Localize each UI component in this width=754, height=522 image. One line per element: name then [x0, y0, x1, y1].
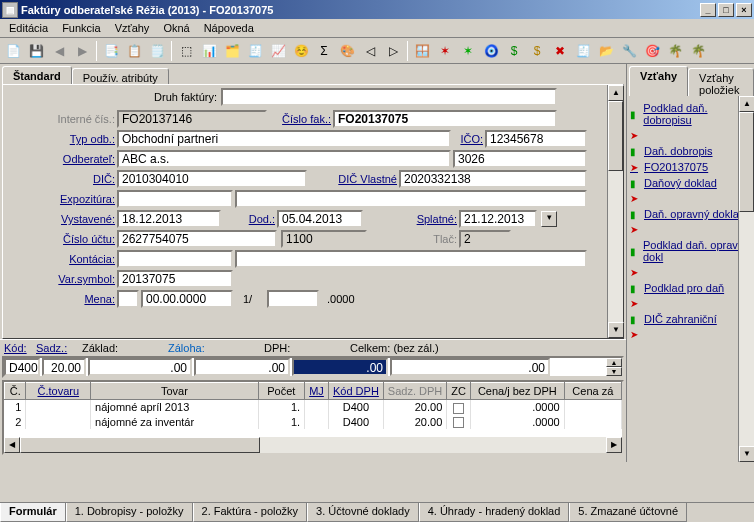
scroll-up-icon[interactable]: ▲ — [739, 96, 754, 112]
label-dic[interactable]: DIČ: — [69, 173, 115, 185]
star-icon[interactable]: ✶ — [457, 40, 479, 62]
input-kontacia[interactable] — [117, 250, 233, 268]
scroll-thumb[interactable] — [608, 101, 623, 171]
tab-standard[interactable]: Štandard — [2, 66, 72, 84]
input-dod[interactable] — [277, 210, 363, 228]
minimize-button[interactable]: _ — [700, 3, 716, 17]
nav-next-icon[interactable]: ▶ — [71, 40, 93, 62]
input-cislo-uctu2[interactable] — [281, 230, 367, 248]
col-ctovaru[interactable]: Č.tovaru — [26, 383, 91, 400]
relation-item[interactable]: ▮Podklad daň. oprav. dokl — [629, 237, 752, 265]
btab-5[interactable]: 5. Zmazané účtovné — [569, 503, 687, 522]
calendar-button[interactable]: ▾ — [541, 211, 557, 227]
table-row[interactable]: 2nájomné za inventár1.D40020.00.0000 — [5, 415, 622, 430]
input-cislo-fak[interactable] — [333, 110, 557, 128]
summary-dph[interactable]: .00 — [292, 358, 388, 376]
relation-item[interactable]: ▮Podklad pro daň — [629, 280, 752, 296]
toolbar-icon[interactable]: ⬚ — [175, 40, 197, 62]
input-typ-odb[interactable] — [117, 130, 451, 148]
label-mena[interactable]: Mena: — [69, 293, 115, 305]
input-dic[interactable] — [117, 170, 307, 188]
summary-kod[interactable]: D400 — [4, 358, 40, 376]
input-ico[interactable] — [485, 130, 587, 148]
new-icon[interactable]: 📄 — [2, 40, 24, 62]
input-vystavene[interactable] — [117, 210, 221, 228]
label-cislo-fak[interactable]: Číslo fak.: — [271, 113, 331, 125]
relation-item[interactable]: ➤ — [629, 222, 752, 237]
checkbox[interactable] — [453, 403, 464, 414]
tab-relations[interactable]: Vzťahy — [629, 66, 688, 96]
summary-kod-label[interactable]: Kód: — [4, 342, 34, 354]
menu-napoveda[interactable]: Nápoveda — [197, 20, 261, 36]
menu-okna[interactable]: Okná — [156, 20, 196, 36]
relation-item[interactable]: ➤ — [629, 327, 752, 342]
btab-2[interactable]: 2. Faktúra - položky — [193, 503, 308, 522]
last-icon[interactable]: ▷ — [382, 40, 404, 62]
scroll-thumb[interactable] — [739, 112, 754, 212]
smiley-icon[interactable]: ☺️ — [290, 40, 312, 62]
scroll-down-icon[interactable]: ▼ — [606, 367, 622, 376]
toolbar-icon[interactable]: 🎨 — [336, 40, 358, 62]
toolbar-icon[interactable]: 🌴 — [687, 40, 709, 62]
col-c[interactable]: Č. — [5, 383, 26, 400]
label-vystavene[interactable]: Vystavené: — [37, 213, 115, 225]
summary-celkem[interactable]: .00 — [390, 358, 550, 376]
toolbar-icon[interactable]: 🌴 — [664, 40, 686, 62]
toolbar-icon[interactable]: 📊 — [198, 40, 220, 62]
relation-item[interactable]: ▮Podklad daň. dobropisu — [629, 100, 752, 128]
toolbar-icon[interactable]: 🔧 — [618, 40, 640, 62]
input-odberatel[interactable] — [117, 150, 451, 168]
btab-4[interactable]: 4. Úhrady - hradený doklad — [419, 503, 570, 522]
toolbar-icon[interactable]: 🧾 — [572, 40, 594, 62]
relations-tree[interactable]: ▮Podklad daň. dobropisu➤▮Daň. dobropis➤F… — [627, 96, 754, 462]
summary-sadz-label[interactable]: Sadz.: — [36, 342, 80, 354]
relation-item[interactable]: ➤FO20137075 — [629, 159, 752, 175]
label-odberatel[interactable]: Odberateľ: — [43, 153, 115, 165]
summary-zaloha[interactable]: .00 — [194, 358, 290, 376]
toolbar-icon[interactable]: 📂 — [595, 40, 617, 62]
label-expozitura[interactable]: Expozitúra: — [33, 193, 115, 205]
menu-funkcia[interactable]: Funkcia — [55, 20, 108, 36]
scroll-down-icon[interactable]: ▼ — [608, 322, 624, 338]
relation-item[interactable]: ▮Daň. opravný doklad — [629, 206, 752, 222]
summary-sadz[interactable]: 20.00 — [42, 358, 86, 376]
col-tovar[interactable]: Tovar — [91, 383, 259, 400]
input-kontacia2[interactable] — [235, 250, 587, 268]
save-icon[interactable]: 💾 — [25, 40, 47, 62]
col-sadz-dph[interactable]: Sadz. DPH — [383, 383, 446, 400]
input-druh-faktury[interactable] — [221, 88, 557, 106]
col-pocet[interactable]: Počet — [258, 383, 304, 400]
relation-item[interactable]: ▮Daňový doklad — [629, 175, 752, 191]
btab-1[interactable]: 1. Dobropisy - položky — [66, 503, 193, 522]
toolbar-icon[interactable]: 🪟 — [411, 40, 433, 62]
menu-vztahy[interactable]: Vzťahy — [108, 20, 157, 36]
toolbar-icon[interactable]: 🧾 — [244, 40, 266, 62]
label-kontacia[interactable]: Kontácia: — [45, 253, 115, 265]
col-kod-dph[interactable]: Kód DPH — [328, 383, 383, 400]
form-vertical-scrollbar[interactable]: ▲ ▼ — [607, 85, 623, 338]
input-cislo-uctu[interactable] — [117, 230, 277, 248]
col-mj[interactable]: MJ — [305, 383, 329, 400]
toolbar-icon[interactable]: 🗒️ — [146, 40, 168, 62]
dollar-icon[interactable]: $ — [503, 40, 525, 62]
relation-item[interactable]: ➤ — [629, 128, 752, 143]
label-dod[interactable]: Dod.: — [241, 213, 275, 225]
relation-item[interactable]: ➤ — [629, 265, 752, 280]
label-cislo-uctu[interactable]: Číslo účtu: — [39, 233, 115, 245]
maximize-button[interactable]: □ — [718, 3, 734, 17]
col-cenaj[interactable]: Cena/j bez DPH — [470, 383, 564, 400]
close-button[interactable]: × — [736, 3, 752, 17]
toolbar-icon[interactable]: 📑 — [100, 40, 122, 62]
menu-editacia[interactable]: Editácia — [2, 20, 55, 36]
scroll-thumb[interactable] — [20, 437, 260, 453]
checkbox[interactable] — [453, 417, 464, 428]
scroll-up-icon[interactable]: ▲ — [606, 358, 622, 367]
relation-item[interactable]: ➤ — [629, 296, 752, 311]
delete-icon[interactable]: ✖ — [549, 40, 571, 62]
relation-item[interactable]: ▮DIČ zahraniční — [629, 311, 752, 327]
scroll-right-icon[interactable]: ▶ — [606, 437, 622, 453]
label-typ-odb[interactable]: Typ odb.: — [43, 133, 115, 145]
star-icon[interactable]: ✶ — [434, 40, 456, 62]
input-interne-cis[interactable] — [117, 110, 267, 128]
input-mena-kod[interactable] — [117, 290, 139, 308]
